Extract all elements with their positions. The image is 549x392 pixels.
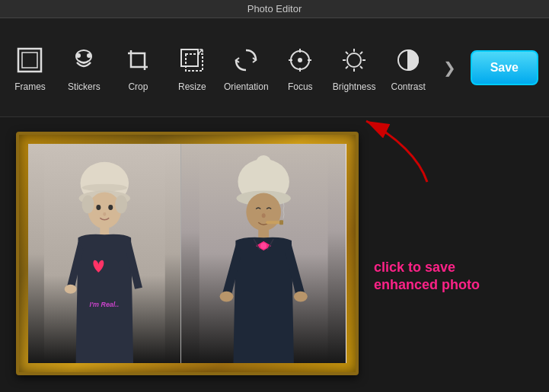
tool-items: Frames Stickers [3, 39, 436, 97]
svg-point-31 [96, 205, 101, 210]
svg-point-14 [347, 53, 361, 67]
svg-point-28 [88, 193, 121, 229]
focus-icon [283, 43, 317, 77]
stickers-label: Stickers [68, 81, 101, 92]
stickers-icon [67, 43, 101, 77]
svg-rect-7 [186, 54, 203, 71]
svg-rect-44 [279, 220, 283, 225]
svg-point-27 [81, 184, 127, 192]
svg-point-9 [298, 59, 302, 62]
contrast-label: Contrast [391, 81, 425, 92]
svg-point-47 [294, 292, 308, 302]
crop-label: Crop [128, 81, 148, 92]
app-title: Photo Editor [247, 3, 302, 14]
photo-frame: I'm Real.. [16, 132, 359, 375]
svg-line-21 [360, 52, 362, 54]
svg-rect-5 [131, 53, 145, 67]
tool-focus[interactable]: Focus [273, 39, 327, 97]
annotation-container: click to save enhanced photo [374, 259, 541, 295]
focus-label: Focus [288, 81, 313, 92]
svg-point-30 [115, 196, 127, 214]
content-wrapper: I'm Real.. [0, 117, 549, 390]
orientation-icon [229, 43, 263, 77]
svg-point-50 [260, 243, 267, 249]
svg-text:I'm Real..: I'm Real.. [89, 301, 119, 308]
tool-crop[interactable]: Crop [111, 39, 165, 97]
tool-orientation[interactable]: Orientation [219, 39, 273, 97]
photo-canvas: I'm Real.. [28, 144, 346, 363]
more-tools-arrow[interactable]: ❯ [439, 56, 461, 79]
contrast-icon [391, 43, 425, 77]
svg-point-32 [108, 205, 113, 210]
svg-point-4 [88, 54, 91, 57]
photo-area: I'm Real.. [8, 125, 366, 382]
photo-panel-right [180, 144, 346, 363]
tool-frames[interactable]: Frames [3, 39, 57, 97]
annotation-text: click to save enhanced photo [374, 259, 541, 295]
svg-point-29 [81, 196, 94, 214]
toolbar: Frames Stickers [0, 18, 549, 117]
svg-point-46 [220, 292, 234, 302]
crop-icon [121, 43, 155, 77]
svg-point-35 [64, 285, 76, 294]
photo-panel-left: I'm Real.. [28, 144, 181, 363]
svg-line-22 [346, 66, 348, 69]
title-bar: Photo Editor [0, 0, 549, 18]
frames-icon [13, 43, 46, 77]
tool-brightness[interactable]: Brightness [327, 39, 381, 97]
svg-point-3 [77, 54, 80, 57]
svg-line-20 [360, 66, 362, 69]
tool-contrast[interactable]: Contrast [381, 39, 436, 97]
tool-resize[interactable]: Resize [165, 39, 219, 97]
orientation-label: Orientation [224, 81, 269, 92]
toolbar-right: Save [464, 50, 546, 85]
save-button[interactable]: Save [471, 50, 538, 85]
svg-point-33 [103, 212, 106, 216]
svg-line-19 [346, 52, 348, 54]
annotation-area: click to save enhanced photo [374, 125, 541, 382]
annotation-line2: enhanced photo [374, 277, 480, 292]
brightness-label: Brightness [333, 81, 376, 92]
resize-icon [175, 43, 209, 77]
annotation-line1: click to save [374, 260, 455, 275]
frames-label: Frames [14, 81, 46, 92]
svg-point-42 [262, 213, 266, 218]
tool-stickers[interactable]: Stickers [57, 39, 111, 97]
svg-rect-1 [22, 53, 37, 68]
svg-point-40 [256, 155, 271, 171]
brightness-icon [337, 43, 371, 77]
svg-rect-6 [181, 49, 198, 66]
annotation-arrow [351, 113, 473, 190]
resize-label: Resize [178, 81, 206, 92]
